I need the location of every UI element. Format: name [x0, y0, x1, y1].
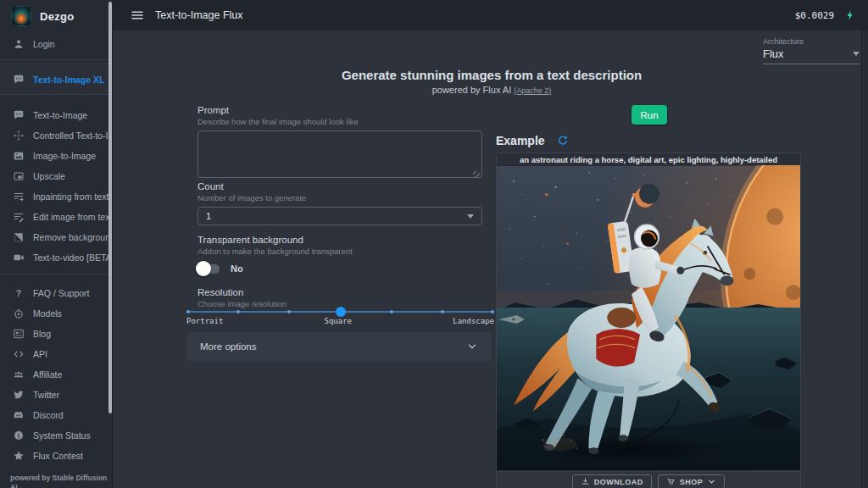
sidebar-item-twitter[interactable]: Twitter	[0, 385, 113, 405]
shop-button[interactable]: SHOP	[658, 474, 726, 488]
upscale-icon	[13, 170, 25, 182]
chat-icon	[13, 109, 25, 121]
page-title: Text-to-Image Flux	[155, 9, 243, 21]
resolution-label: Resolution	[198, 287, 482, 297]
sidebar-item-label: Image-to-Image	[33, 151, 96, 161]
prompt-hint: Describe how the final image should look…	[198, 117, 482, 126]
download-button[interactable]: DOWNLOAD	[572, 474, 652, 488]
sidebar-item-text-to-image[interactable]: Text-to-Image	[0, 105, 113, 125]
transparent-background-label: Transparent background	[198, 235, 482, 245]
page-scrollbar[interactable]	[861, 30, 868, 488]
person-icon	[13, 38, 25, 50]
resolution-slider[interactable]	[186, 308, 494, 316]
slider-tick	[186, 310, 190, 313]
svg-text:?: ?	[16, 288, 21, 298]
model-icon	[13, 308, 25, 319]
sidebar-item-system-status[interactable]: System Status	[0, 425, 113, 446]
chat-icon	[13, 74, 25, 86]
page-heading: Generate stunning images from a text des…	[182, 68, 801, 82]
sidebar-item-models[interactable]: Models	[0, 303, 113, 324]
sidebar-item-controlled-text-to-image[interactable]: Controlled Text-to-Image	[0, 125, 113, 146]
toggle-knob[interactable]	[196, 261, 211, 276]
cart-icon	[666, 477, 676, 486]
transparent-background-toggle[interactable]	[198, 264, 220, 274]
login-button[interactable]: Login	[0, 34, 113, 54]
sidebar-item-label: Inpainting from text	[33, 191, 108, 202]
caret-down-icon	[853, 52, 860, 56]
download-label: DOWNLOAD	[594, 478, 643, 486]
run-button[interactable]: Run	[632, 105, 667, 125]
sidebar-item-blog[interactable]: Blog	[0, 324, 113, 344]
main-content: Architecture Flux Generate stunning imag…	[113, 30, 868, 488]
sidebar-item-inpainting[interactable]: Inpainting from text	[0, 186, 113, 207]
sidebar-scrollbar[interactable]	[108, 2, 112, 413]
videocam-icon	[13, 252, 25, 263]
count-label: Count	[198, 181, 482, 191]
page-subheading: powered by Flux AI (Apache 2)	[182, 85, 801, 95]
sidebar-item-label: Text-to-video [BETA]	[33, 252, 113, 263]
example-section: Example an astronaut riding a horse, dig…	[496, 132, 801, 488]
apache2-link[interactable]: (Apache 2)	[514, 86, 551, 95]
slider-thumb[interactable]	[336, 307, 346, 317]
sidebar-item-api[interactable]: API	[0, 344, 113, 364]
architecture-label: Architecture	[763, 37, 860, 46]
sidebar-item-upscale[interactable]: Upscale	[0, 166, 113, 186]
shop-label: SHOP	[680, 478, 704, 486]
inpaint-icon	[13, 191, 25, 202]
slider-tick	[390, 310, 393, 313]
discord-icon	[13, 409, 25, 421]
generation-form: Prompt Describe how the final image shou…	[186, 105, 494, 410]
chevron-down-icon	[707, 477, 716, 486]
bolt-icon	[844, 8, 856, 22]
sidebar-item-image-to-image[interactable]: Image-to-Image	[0, 146, 113, 166]
example-image[interactable]	[497, 165, 800, 471]
sidebar-item-label: System Status	[33, 430, 91, 441]
toggle-state-text: No	[231, 263, 243, 274]
sidebar-item-remove-background[interactable]: Remove background	[0, 227, 113, 247]
more-options-label: More options	[200, 341, 256, 352]
app-window: Dezgo Login Text-to-Image XL Text-to-Ima…	[0, 0, 868, 488]
resize-grip[interactable]	[473, 171, 480, 178]
image-icon	[13, 150, 25, 162]
sidebar-item-flux-contest[interactable]: Flux Contest	[0, 446, 113, 466]
brand[interactable]: Dezgo	[11, 6, 75, 26]
count-select[interactable]: 1	[198, 207, 482, 225]
people-icon	[13, 369, 25, 380]
remove-background-icon	[13, 231, 25, 243]
more-options-expander[interactable]: More options	[186, 332, 492, 361]
sidebar-item-edit-image[interactable]: Edit image from text	[0, 207, 113, 227]
sidebar-item-label: Blog	[33, 329, 51, 339]
example-caption: an astronaut riding a horse, digital art…	[497, 153, 800, 165]
sidebar-item-text-to-video[interactable]: Text-to-video [BETA]	[0, 247, 113, 268]
price-badge: $0.0029	[795, 10, 834, 21]
resolution-option-portrait[interactable]: Portrait	[186, 317, 223, 325]
sidebar-item-text-to-image-xl[interactable]: Text-to-Image XL	[0, 64, 113, 95]
sidebar-item-discord[interactable]: Discord	[0, 405, 113, 425]
edit-icon	[13, 211, 25, 223]
resolution-option-square[interactable]: Square	[325, 317, 353, 325]
sidebar-item-label: Twitter	[33, 390, 59, 400]
example-card: an astronaut riding a horse, digital art…	[496, 152, 801, 488]
dezgo-logo-icon	[11, 6, 31, 26]
sidebar-item-label: Remove background	[33, 232, 113, 242]
count-hint: Number of images to generate	[198, 193, 482, 202]
resolution-option-landscape[interactable]: Landscape	[453, 317, 494, 325]
star-icon	[13, 450, 25, 462]
powered-by-flux-text: powered by Flux AI	[432, 85, 512, 95]
sidebar-item-affiliate[interactable]: Affiliate	[0, 364, 113, 385]
login-label: Login	[33, 39, 55, 49]
slider-tick	[491, 310, 494, 313]
twitter-icon	[13, 389, 25, 401]
architecture-select[interactable]: Architecture Flux	[763, 37, 860, 64]
download-icon	[581, 477, 590, 486]
refresh-icon[interactable]	[557, 135, 569, 147]
example-actions: DOWNLOAD SHOP	[497, 471, 800, 488]
prompt-textarea[interactable]	[198, 130, 482, 178]
sidebar-item-faq-support[interactable]: ? FAQ / Support	[0, 283, 113, 303]
slider-tick	[287, 310, 291, 313]
sidebar-item-label: Text-to-Image	[33, 110, 87, 120]
count-value: 1	[206, 211, 211, 221]
menu-icon[interactable]	[130, 8, 145, 23]
sidebar-item-label: FAQ / Support	[33, 288, 90, 298]
sidebar-item-label: Edit image from text	[33, 212, 112, 222]
